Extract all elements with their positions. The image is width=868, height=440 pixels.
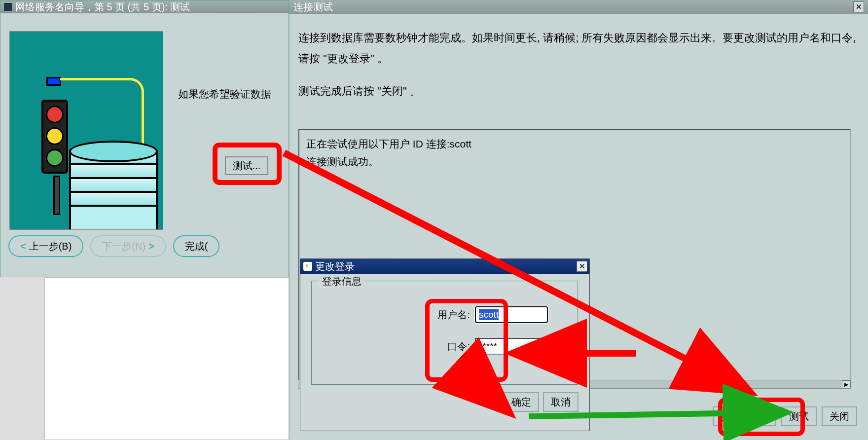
back-button[interactable]: <上一步(B)	[8, 235, 83, 257]
username-field[interactable]	[475, 306, 548, 323]
scroll-right-icon[interactable]: ▶	[842, 380, 851, 388]
log-line: 正在尝试使用以下用户 ID 连接:scott	[306, 135, 843, 153]
conn-titlebar: 连接测试 ✕	[289, 0, 868, 14]
wizard-title-text: 网络服务名向导，第 5 页 (共 5 页): 测试	[15, 0, 190, 13]
test-button[interactable]: 测试...	[225, 156, 268, 175]
login-fieldset: 登录信息 用户名: 口令:	[311, 281, 579, 385]
wizard-titlebar: 网络服务名向导，第 5 页 (共 5 页): 测试	[0, 0, 289, 13]
cancel-button[interactable]: 取消	[543, 392, 579, 412]
password-field[interactable]	[475, 338, 548, 355]
java-icon	[303, 262, 312, 271]
close-icon[interactable]: ✕	[853, 1, 864, 12]
wizard-window: 网络服务名向导，第 5 页 (共 5 页): 测试 如果您希望验证数据 测试..…	[0, 0, 289, 277]
password-label: 口令:	[447, 340, 470, 353]
background-panel	[44, 277, 289, 440]
login-body: 登录信息 用户名: 口令:	[300, 274, 589, 390]
log-line: 连接测试成功。	[306, 153, 843, 171]
close-button[interactable]: 关闭	[822, 406, 857, 426]
login-title-text: 更改登录	[315, 260, 355, 273]
finish-button[interactable]: 完成(	[173, 235, 220, 257]
test-button[interactable]: 测试	[781, 406, 817, 426]
conn-buttons: 更改登录... 测试 关闭	[713, 406, 857, 426]
background-panel	[0, 277, 44, 440]
change-login-button[interactable]: 更改登录...	[713, 406, 776, 426]
change-login-dialog: 更改登录 ✕ 登录信息 用户名: 口令: 确定 取消	[300, 258, 590, 431]
wizard-illustration	[9, 31, 163, 230]
wizard-nav: <上一步(B) 下一步(N)> 完成(	[8, 235, 219, 257]
conn-title-text: 连接测试	[293, 0, 333, 14]
conn-para1: 连接到数据库需要数秒钟才能完成。如果时间更长, 请稍候; 所有失败原因都会显示出…	[298, 28, 859, 69]
ok-button[interactable]: 确定	[504, 392, 539, 412]
next-button[interactable]: 下一步(N)>	[90, 235, 166, 257]
login-legend: 登录信息	[319, 275, 364, 288]
wizard-body: 如果您希望验证数据 测试... <上一步(B) 下一步(N)> 完成(	[0, 13, 289, 277]
close-icon[interactable]: ✕	[577, 261, 587, 272]
wizard-desc: 如果您希望验证数据	[178, 87, 271, 101]
login-buttons: 确定 取消	[300, 390, 589, 412]
username-label: 用户名:	[437, 308, 470, 322]
conn-para2: 测试完成后请按 "关闭" 。	[298, 81, 859, 102]
wizard-icon	[3, 2, 12, 11]
login-titlebar: 更改登录 ✕	[300, 259, 589, 274]
